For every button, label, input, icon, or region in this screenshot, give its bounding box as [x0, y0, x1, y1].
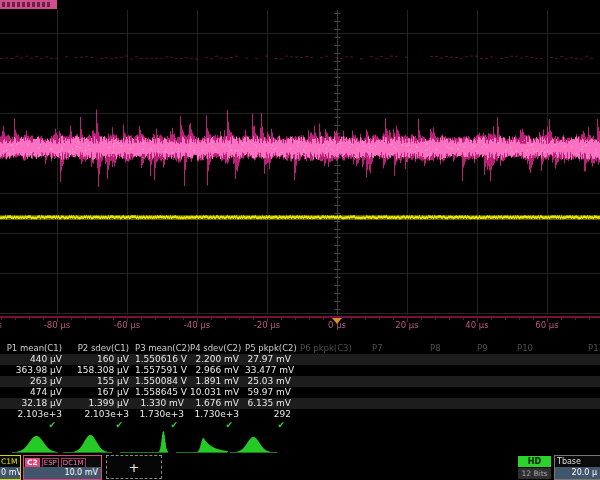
stat-value: 33.477 mV	[245, 365, 297, 376]
time-tick-label: -60 µs	[114, 320, 140, 330]
tbase-label: Tbase	[555, 456, 600, 466]
timebase-descriptor[interactable]: Tbase 20.0 µ	[554, 455, 600, 480]
stat-value: 474 µV	[0, 387, 68, 398]
c2-channel-chip: C2	[25, 458, 40, 467]
param-header-unused[interactable]: P9	[477, 343, 488, 354]
descriptor-bar: C1M 0 mV C2 ESP DC1M 10.0 mV + HD 12 Bit…	[0, 455, 600, 480]
param-header[interactable]: P5 pkpk(C2)	[245, 343, 297, 354]
timebase-ruler-labels: -100 µs-80 µs-60 µs-40 µs-20 µs0 µs20 µs…	[0, 320, 600, 333]
time-tick-label: -100 µs	[0, 320, 2, 330]
param-header-unused[interactable]: P11	[588, 343, 600, 354]
stat-value: 27.97 mV	[245, 354, 297, 365]
c1-volts-per-div: 0 mV	[0, 467, 20, 479]
stat-value: 1.550616 V	[135, 354, 190, 365]
measurement-table: P1 mean(C1)P2 sdev(C1)P3 mean(C2)P4 sdev…	[0, 343, 600, 432]
time-tick-label: 20 µs	[395, 320, 418, 330]
waveform-grid-canvas[interactable]	[0, 0, 600, 334]
c2-esp-chip: ESP	[42, 458, 59, 468]
param-header-unused[interactable]: P6 pkpk(C3)	[300, 343, 352, 354]
param-header-unused[interactable]: P7	[372, 343, 383, 354]
measurement-histicons[interactable]	[0, 430, 600, 455]
param-header[interactable]: P4 sdev(C2)	[190, 343, 245, 354]
stat-value: 2.103e+3	[68, 409, 135, 420]
stat-value: 1.558645 V	[135, 387, 190, 398]
stat-value: 363.98 µV	[0, 365, 68, 376]
stat-value: 25.03 mV	[245, 376, 297, 387]
param-header[interactable]: P2 sdev(C1)	[68, 343, 135, 354]
tbase-value: 20.0 µ	[555, 467, 600, 479]
time-tick-label: 60 µs	[535, 320, 558, 330]
stat-value: 1.330 mV	[135, 398, 190, 409]
param-header[interactable]: P3 mean(C2)	[135, 343, 190, 354]
stat-value: 2.200 mV	[190, 354, 245, 365]
stat-value: 1.399 µV	[68, 398, 135, 409]
stat-value: 167 µV	[68, 387, 135, 398]
channel-c2-descriptor[interactable]: C2 ESP DC1M 10.0 mV	[23, 455, 102, 480]
trace-descriptor-badge[interactable]	[0, 0, 57, 9]
time-tick-label: 40 µs	[465, 320, 488, 330]
c2-volts-per-div: 10.0 mV	[24, 467, 101, 479]
trigger-position-marker[interactable]	[332, 318, 342, 324]
stat-row: 474 µV167 µV1.558645 V10.031 mV59.97 mV	[0, 387, 600, 398]
stat-value: 155 µV	[68, 376, 135, 387]
bit-resolution-label: 12 Bits	[518, 468, 551, 479]
stat-row: 32.18 µV1.399 µV1.330 mV1.676 mV6.135 mV	[0, 398, 600, 409]
channel-c1-descriptor[interactable]: C1M 0 mV	[0, 455, 21, 480]
stat-value: 1.550084 V	[135, 376, 190, 387]
time-tick-label: -80 µs	[44, 320, 70, 330]
stat-value: 1.557591 V	[135, 365, 190, 376]
param-header-unused[interactable]: P10	[517, 343, 533, 354]
stat-value: 1.730e+3	[190, 409, 245, 420]
stat-row: 2.103e+32.103e+31.730e+31.730e+3292	[0, 409, 600, 420]
stat-value: 6.135 mV	[245, 398, 297, 409]
stat-value: 59.97 mV	[245, 387, 297, 398]
stat-value: 440 µV	[0, 354, 68, 365]
stat-value: 32.18 µV	[0, 398, 68, 409]
c1-coupling-label: C1M	[0, 456, 20, 466]
stat-value: 1.891 mV	[190, 376, 245, 387]
stat-value: 158.308 µV	[68, 365, 135, 376]
stat-value: 2.103e+3	[0, 409, 68, 420]
stat-row: 440 µV160 µV1.550616 V2.200 mV27.97 mV	[0, 354, 600, 365]
stat-value: 292	[245, 409, 297, 420]
oscilloscope-screen: -100 µs-80 µs-60 µs-40 µs-20 µs0 µs20 µs…	[0, 0, 600, 480]
stat-row: 363.98 µV158.308 µV1.557591 V2.966 mV33.…	[0, 365, 600, 376]
stat-value: 2.966 mV	[190, 365, 245, 376]
hd-mode-badge[interactable]: HD	[518, 456, 551, 467]
stat-value: 10.031 mV	[190, 387, 245, 398]
param-header-unused[interactable]: P8	[430, 343, 441, 354]
plus-icon: +	[129, 460, 140, 475]
stat-row: 263 µV155 µV1.550084 V1.891 mV25.03 mV	[0, 376, 600, 387]
stat-value: 1.730e+3	[135, 409, 190, 420]
param-header[interactable]: P1 mean(C1)	[0, 343, 68, 354]
time-tick-label: -20 µs	[254, 320, 280, 330]
stat-value: 1.676 mV	[190, 398, 245, 409]
c2-coupling-chip: DC1M	[61, 458, 86, 468]
badge-text-glyphs	[2, 2, 52, 7]
stat-value: 160 µV	[68, 354, 135, 365]
time-tick-label: -40 µs	[184, 320, 210, 330]
stat-value: 263 µV	[0, 376, 68, 387]
add-trace-button[interactable]: +	[106, 455, 162, 479]
